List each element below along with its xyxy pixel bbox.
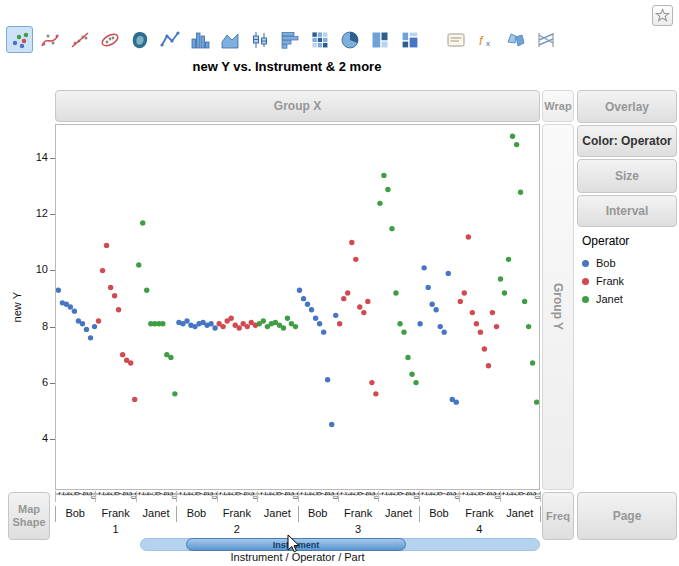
data-point-bob[interactable] xyxy=(333,313,338,318)
data-point-frank[interactable] xyxy=(369,380,374,385)
data-point-frank[interactable] xyxy=(228,316,233,321)
data-point-frank[interactable] xyxy=(462,290,467,295)
data-point-frank[interactable] xyxy=(104,243,109,248)
data-point-frank[interactable] xyxy=(96,318,101,323)
data-point-frank[interactable] xyxy=(466,234,471,239)
data-point-frank[interactable] xyxy=(478,329,483,334)
data-point-janet[interactable] xyxy=(534,399,539,404)
data-point-bob[interactable] xyxy=(454,399,459,404)
axis-scroller-track[interactable]: Instrument xyxy=(140,538,540,551)
ellipse-icon[interactable] xyxy=(96,26,123,53)
data-point-janet[interactable] xyxy=(136,262,141,267)
histogram-icon[interactable] xyxy=(276,26,303,53)
data-point-janet[interactable] xyxy=(401,329,406,334)
bar-icon[interactable] xyxy=(186,26,213,53)
smoother-icon[interactable] xyxy=(36,26,63,53)
data-point-frank[interactable] xyxy=(349,240,354,245)
data-point-janet[interactable] xyxy=(285,316,290,321)
data-point-janet[interactable] xyxy=(405,355,410,360)
data-point-bob[interactable] xyxy=(92,324,97,329)
data-point-janet[interactable] xyxy=(281,325,286,330)
data-point-frank[interactable] xyxy=(120,352,125,357)
data-point-frank[interactable] xyxy=(361,310,366,315)
data-point-bob[interactable] xyxy=(88,335,93,340)
box-plot-icon[interactable] xyxy=(246,26,273,53)
data-point-bob[interactable] xyxy=(446,271,451,276)
map-shapes-icon[interactable] xyxy=(502,26,529,53)
data-point-frank[interactable] xyxy=(365,299,370,304)
data-point-bob[interactable] xyxy=(301,296,306,301)
data-point-frank[interactable] xyxy=(490,310,495,315)
plot-area[interactable] xyxy=(55,124,540,490)
data-point-frank[interactable] xyxy=(108,285,113,290)
mosaic-icon[interactable] xyxy=(396,26,423,53)
data-point-janet[interactable] xyxy=(144,288,149,293)
data-point-janet[interactable] xyxy=(172,391,177,396)
data-point-bob[interactable] xyxy=(184,318,189,323)
heatmap-icon[interactable] xyxy=(306,26,333,53)
axis-scroller-thumb[interactable]: Instrument xyxy=(186,538,406,551)
data-point-frank[interactable] xyxy=(353,257,358,262)
data-point-bob[interactable] xyxy=(317,321,322,326)
line-icon[interactable] xyxy=(156,26,183,53)
data-point-janet[interactable] xyxy=(518,190,523,195)
data-point-frank[interactable] xyxy=(357,304,362,309)
data-point-frank[interactable] xyxy=(373,391,378,396)
pie-icon[interactable] xyxy=(336,26,363,53)
data-point-janet[interactable] xyxy=(261,318,266,323)
caption-box-icon[interactable] xyxy=(442,26,469,53)
data-point-frank[interactable] xyxy=(128,360,133,365)
data-point-bob[interactable] xyxy=(321,329,326,334)
data-point-bob[interactable] xyxy=(429,302,434,307)
drop-zone-map-shape[interactable]: Map Shape xyxy=(8,492,50,540)
treemap-icon[interactable] xyxy=(366,26,393,53)
data-point-bob[interactable] xyxy=(325,377,330,382)
drop-zone-freq[interactable]: Freq xyxy=(542,492,574,540)
contour-icon[interactable] xyxy=(126,26,153,53)
data-point-bob[interactable] xyxy=(433,307,438,312)
data-point-janet[interactable] xyxy=(381,173,386,178)
line-of-fit-icon[interactable] xyxy=(66,26,93,53)
drop-zone-size[interactable]: Size xyxy=(577,159,677,193)
data-point-bob[interactable] xyxy=(84,327,89,332)
data-point-bob[interactable] xyxy=(309,307,314,312)
data-point-frank[interactable] xyxy=(494,324,499,329)
data-point-bob[interactable] xyxy=(421,265,426,270)
drop-zone-group-y[interactable]: Group Y xyxy=(542,124,574,490)
data-point-frank[interactable] xyxy=(482,346,487,351)
data-point-frank[interactable] xyxy=(474,321,479,326)
data-point-janet[interactable] xyxy=(522,299,527,304)
drop-zone-interval[interactable]: Interval xyxy=(577,195,677,227)
data-point-janet[interactable] xyxy=(502,290,507,295)
data-point-janet[interactable] xyxy=(409,372,414,377)
data-point-frank[interactable] xyxy=(337,321,342,326)
data-point-bob[interactable] xyxy=(417,321,422,326)
data-point-frank[interactable] xyxy=(458,299,463,304)
data-point-janet[interactable] xyxy=(393,290,398,295)
data-point-janet[interactable] xyxy=(168,355,173,360)
data-point-bob[interactable] xyxy=(56,288,61,293)
data-point-bob[interactable] xyxy=(72,308,77,313)
drop-zone-group-x[interactable]: Group X xyxy=(55,90,540,122)
data-point-frank[interactable] xyxy=(345,290,350,295)
data-point-bob[interactable] xyxy=(305,302,310,307)
data-point-bob[interactable] xyxy=(438,324,443,329)
data-point-bob[interactable] xyxy=(297,288,302,293)
data-point-janet[interactable] xyxy=(140,220,145,225)
area-icon[interactable] xyxy=(216,26,243,53)
data-point-janet[interactable] xyxy=(514,142,519,147)
drop-zone-color[interactable]: Color: Operator xyxy=(577,125,677,157)
data-point-bob[interactable] xyxy=(80,321,85,326)
data-point-frank[interactable] xyxy=(220,324,225,329)
data-point-bob[interactable] xyxy=(68,304,73,309)
points-icon[interactable] xyxy=(6,26,33,53)
data-point-bob[interactable] xyxy=(208,321,213,326)
formula-icon[interactable]: fx xyxy=(472,26,499,53)
data-point-frank[interactable] xyxy=(341,296,346,301)
data-point-janet[interactable] xyxy=(389,226,394,231)
data-point-janet[interactable] xyxy=(385,187,390,192)
legend-entry-bob[interactable]: Bob xyxy=(582,257,629,269)
parallel-icon[interactable] xyxy=(532,26,559,53)
data-point-bob[interactable] xyxy=(313,316,318,321)
drop-zone-wrap[interactable]: Wrap xyxy=(542,90,574,122)
